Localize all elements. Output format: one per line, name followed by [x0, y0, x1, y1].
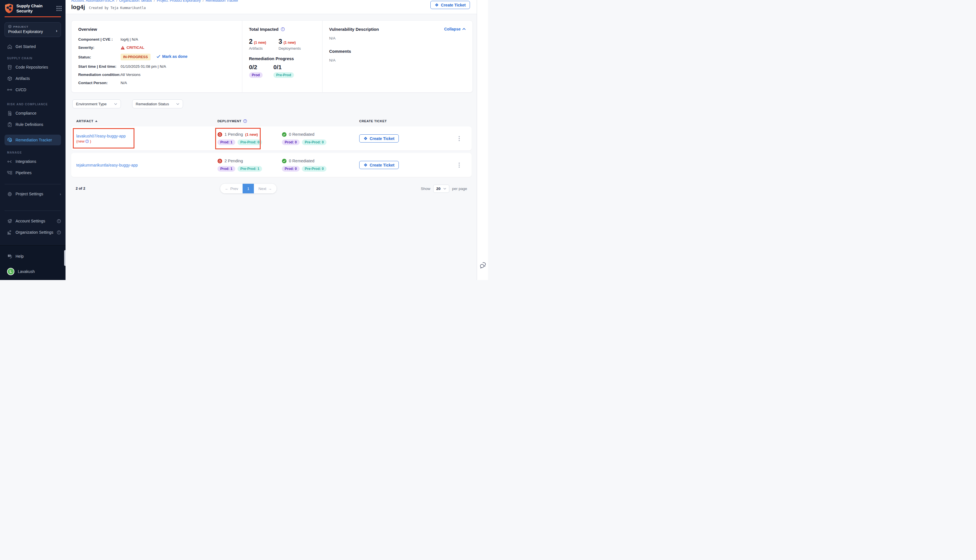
sidebar-item-help[interactable]: ? Help [0, 251, 65, 262]
prev-page-button[interactable]: ← Prev [220, 184, 243, 193]
deployment-pending-cell: 2 Pending Prod: 1 Pre-Prod: 1 [217, 158, 282, 172]
component-cve-label: Component | CVE : [78, 37, 120, 42]
row-menu-kebab-icon[interactable] [456, 136, 462, 141]
brand-orange-divider [5, 17, 61, 17]
environment-type-filter[interactable]: Environment Type [72, 99, 121, 108]
info-icon[interactable] [243, 119, 247, 123]
collapse-link[interactable]: Collapse [444, 27, 466, 31]
contact-label: Contact Person: [78, 81, 120, 85]
comments-title: Comments [329, 49, 466, 53]
time-label: Start time | End time: [78, 64, 120, 68]
sidebar-item-cicd[interactable]: CI/CD [0, 84, 65, 95]
column-header-deployment: DEPLOYMENT [217, 119, 282, 123]
create-ticket-button-row[interactable]: Create Ticket [359, 134, 399, 143]
sidebar-item-get-started[interactable]: Get Started [0, 41, 65, 52]
jira-diamond-icon [364, 136, 368, 140]
artifact-link[interactable]: lavakush07/easy-buggy-app [76, 134, 126, 138]
prod-count-badge: Prod: 0 [282, 166, 300, 172]
pending-clock-icon [217, 158, 222, 163]
sidebar-item-code-repositories[interactable]: Code Repositories [0, 62, 65, 73]
supply-chain-security-logo-icon [5, 3, 13, 13]
sidebar-item-rule-definitions[interactable]: Rule Definitions [0, 119, 65, 130]
create-ticket-cell: Create Ticket [359, 161, 447, 169]
sidebar-item-artifacts[interactable]: Artifacts [0, 73, 65, 84]
sidebar-item-compliance[interactable]: Compliance [0, 108, 65, 119]
arrow-left-icon: ← [225, 187, 229, 191]
sidebar-bottom-section: ? Help L Lavakush [0, 245, 65, 280]
sidebar-item-integrations[interactable]: Integrations [0, 156, 65, 167]
support-chat-icon[interactable] [479, 262, 487, 269]
right-rail [477, 0, 488, 280]
info-icon[interactable] [281, 27, 285, 31]
column-header-create-ticket: CREATE TICKET [359, 119, 447, 123]
avatar: L [7, 268, 14, 275]
sidebar-item-organization-settings[interactable]: Organization Settings [0, 227, 65, 238]
prod-count-badge: Prod: 1 [217, 166, 235, 172]
artifact-new-flag: (new ) [76, 139, 217, 143]
artifact-cell: tejakummarikuntla/easy-buggy-app [71, 163, 217, 167]
clipboard-check-icon [7, 122, 12, 127]
create-ticket-button-row[interactable]: Create Ticket [359, 161, 399, 169]
artifact-cell: lavakush07/easy-buggy-app (new ) [71, 134, 217, 143]
app-window: Supply Chain Security PROJECT Product Ex… [0, 0, 488, 280]
breadcrumb-project[interactable]: Project: Product Exploratory [157, 0, 201, 3]
home-icon [7, 44, 12, 49]
column-header-artifact[interactable]: ARTIFACT [71, 119, 217, 123]
sidebar-divider [5, 184, 61, 184]
sort-ascending-icon [95, 120, 97, 122]
page-size-select[interactable]: 20 [433, 185, 449, 193]
preprod-count-badge: Pre-Prod: 0 [237, 140, 262, 145]
sidebar: Supply Chain Security PROJECT Product Ex… [0, 0, 65, 280]
preprod-badge: Pre-Prod [274, 72, 294, 78]
help-chat-icon: ? [7, 254, 12, 259]
pagination-bar: 2 of 2 ← Prev 1 Next → Show 20 [71, 184, 473, 194]
project-name: Product Exploratory [8, 29, 57, 34]
filter-bar: Environment Type Remediation Status [71, 99, 473, 108]
page-header: Account: Automation-SSCA/Organization: d… [65, 0, 477, 14]
project-selector[interactable]: PROJECT Product Exploratory › [5, 22, 61, 37]
sidebar-divider [5, 210, 61, 211]
table-header-row: ARTIFACT DEPLOYMENT CREATE TICKET [71, 115, 473, 127]
vulnerability-description-section: Vulnerability Description Collapse N/A C… [322, 21, 473, 92]
breadcrumb-organization[interactable]: Organization: default [119, 0, 152, 3]
document-search-icon [7, 111, 12, 116]
artifact-link[interactable]: tejakummarikuntla/easy-buggy-app [76, 163, 138, 167]
next-page-button[interactable]: Next → [254, 184, 276, 193]
breadcrumb-remediation-tracker[interactable]: Remediation Tracker [205, 0, 238, 3]
remediation-table: ARTIFACT DEPLOYMENT CREATE TICKET [71, 115, 473, 177]
arrow-right-icon: → [268, 187, 272, 191]
overview-section: Overview Component | CVE : log4j | N/A S… [72, 21, 242, 92]
sidebar-item-remediation-tracker[interactable]: Remediation Tracker [5, 135, 61, 145]
impacted-deployments-stat: 3(1 new) Deployments [279, 38, 301, 50]
remediation-status-filter[interactable]: Remediation Status [132, 99, 183, 108]
chevron-right-icon: › [56, 28, 57, 33]
preprod-count-badge: Pre-Prod: 0 [302, 140, 327, 145]
create-ticket-button-top[interactable]: Create Ticket [430, 1, 470, 9]
code-repository-icon [7, 65, 12, 70]
brand-header: Supply Chain Security [0, 0, 65, 13]
page-1-button[interactable]: 1 [243, 184, 254, 193]
project-label: PROJECT [13, 25, 28, 28]
sidebar-item-pipelines[interactable]: Pipelines [0, 167, 65, 178]
status-label: Status: [78, 55, 120, 59]
chevron-right-icon: › [60, 192, 61, 196]
mark-as-done-link[interactable]: Mark as done [157, 54, 187, 59]
show-label: Show [421, 187, 430, 191]
preprod-progress-stat: 0/1 Pre-Prod [274, 64, 294, 78]
vulnerability-description-value: N/A [329, 36, 466, 40]
sidebar-item-project-settings[interactable]: Project Settings › [0, 188, 65, 200]
breadcrumb-account[interactable]: Account: Automation-SSCA [71, 0, 114, 3]
prod-progress-stat: 0/2 Prod [249, 64, 263, 78]
row-menu-kebab-icon[interactable] [456, 163, 462, 168]
deployment-remediated-cell: 0 Remediated Prod: 0 Pre-Prod: 0 [282, 132, 359, 145]
condition-value: All Versions [120, 73, 235, 77]
info-icon[interactable] [85, 140, 89, 143]
pipelines-flow-icon [7, 170, 12, 175]
user-menu[interactable]: L Lavakush [0, 266, 65, 277]
remediation-progress-title: Remediation Progress [249, 56, 315, 61]
deployment-remediated-cell: 0 Remediated Prod: 0 Pre-Prod: 0 [282, 158, 359, 172]
create-ticket-cell: Create Ticket [359, 134, 447, 143]
main-content: Account: Automation-SSCA/Organization: d… [65, 0, 477, 280]
sidebar-item-account-settings[interactable]: Account Settings [0, 215, 65, 227]
app-switcher-grid-icon[interactable] [57, 6, 62, 11]
